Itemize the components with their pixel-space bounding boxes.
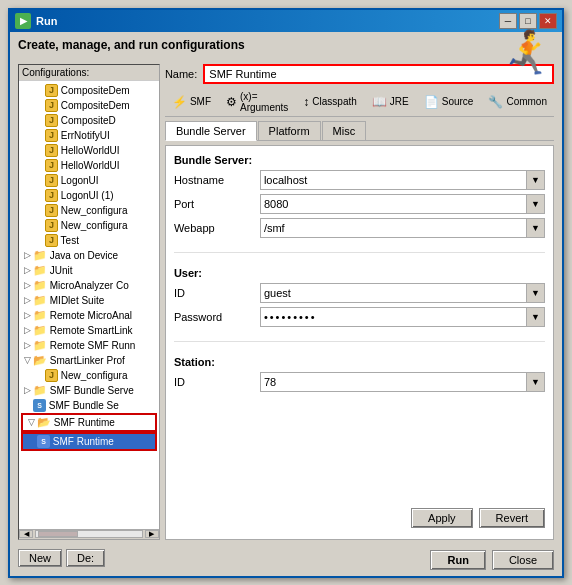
list-item[interactable]: J New_configura (21, 203, 157, 218)
j-icon: J (45, 204, 58, 217)
source-label: Source (442, 96, 474, 107)
list-item[interactable]: ▷ 📁 MIDlet Suite (21, 293, 157, 308)
password-input[interactable] (261, 311, 526, 323)
tab-bundle-server[interactable]: Bundle Server (165, 121, 257, 141)
arguments-toolbar-btn[interactable]: ⚙ (x)= Arguments (219, 88, 295, 116)
horizontal-scrollbar[interactable]: ◀ ▶ (19, 529, 159, 539)
close-window-button[interactable]: ✕ (539, 13, 557, 29)
scroll-thumb (38, 531, 78, 537)
title-bar: ▶ Run ─ □ ✕ (10, 10, 562, 32)
j-icon: J (45, 219, 58, 232)
apply-revert-row: Apply Revert (174, 505, 545, 531)
list-item[interactable]: J New_configura (21, 218, 157, 233)
list-item[interactable]: J LogonUI (21, 173, 157, 188)
webapp-dropdown-btn[interactable]: ▼ (526, 219, 544, 237)
user-id-dropdown-btn[interactable]: ▼ (526, 284, 544, 302)
j-icon: J (45, 189, 58, 202)
window-body: Create, manage, and run configurations 🏃… (10, 32, 562, 576)
bundle-server-section: Bundle Server: Hostname ▼ Port ▼ (174, 154, 545, 238)
user-id-combo[interactable]: ▼ (260, 283, 545, 303)
spacer (174, 404, 545, 493)
jre-icon: 📖 (372, 95, 387, 109)
station-id-dropdown-btn[interactable]: ▼ (526, 373, 544, 391)
webapp-combo[interactable]: ▼ (260, 218, 545, 238)
j-icon: J (45, 129, 58, 142)
list-item[interactable]: ▷ 📁 MicroAnalyzer Co (21, 278, 157, 293)
folder-icon: 📁 (33, 309, 47, 322)
source-toolbar-btn[interactable]: 📄 Source (417, 92, 481, 112)
port-combo[interactable]: ▼ (260, 194, 545, 214)
smartlinker-prof-item[interactable]: ▽ 📂 SmartLinker Prof (21, 353, 157, 368)
password-label: Password (174, 311, 254, 323)
configurations-header: Configurations: (19, 65, 159, 81)
hostname-label: Hostname (174, 174, 254, 186)
list-item[interactable]: J LogonUI (1) (21, 188, 157, 203)
password-combo[interactable]: ▼ (260, 307, 545, 327)
list-item[interactable]: J HelloWorldUI (21, 143, 157, 158)
window-title: Run (36, 15, 57, 27)
list-item[interactable]: ▷ 📁 JUnit (21, 263, 157, 278)
list-item[interactable]: J CompositeD (21, 113, 157, 128)
scroll-right-btn[interactable]: ▶ (145, 530, 159, 538)
right-panel: Name: ⚡ SMF ⚙ (x)= Arguments ↕ Cla (165, 64, 554, 540)
port-input[interactable] (261, 198, 526, 210)
station-id-input[interactable] (261, 376, 526, 388)
scroll-track (35, 530, 143, 538)
configurations-panel: Configurations: J CompositeDem J Composi… (18, 64, 160, 540)
station-title: Station: (174, 356, 545, 368)
port-dropdown-btn[interactable]: ▼ (526, 195, 544, 213)
arguments-icon: ⚙ (226, 95, 237, 109)
classpath-toolbar-btn[interactable]: ↕ Classpath (296, 92, 363, 112)
smf-runtime-parent-item[interactable]: ▽ 📂 SMF Runtime (21, 413, 157, 432)
maximize-button[interactable]: □ (519, 13, 537, 29)
folder-icon: 📂 (33, 354, 47, 367)
configurations-tree[interactable]: J CompositeDem J CompositeDem J Composit… (19, 81, 159, 529)
list-item[interactable]: ▷ 📁 Java on Device (21, 248, 157, 263)
apply-button[interactable]: Apply (411, 508, 473, 528)
close-button[interactable]: Close (492, 550, 554, 570)
list-item[interactable]: J CompositeDem (21, 98, 157, 113)
revert-button[interactable]: Revert (479, 508, 545, 528)
delete-button[interactable]: De: (66, 549, 105, 567)
window-subtitle: Create, manage, and run configurations (18, 38, 554, 52)
j-icon: J (45, 369, 58, 382)
list-item[interactable]: S SMF Bundle Se (21, 398, 157, 413)
common-icon: 🔧 (488, 95, 503, 109)
list-item[interactable]: ▷ 📁 SMF Bundle Serve (21, 383, 157, 398)
user-section: User: ID ▼ Password ▼ (174, 267, 545, 327)
hostname-dropdown-btn[interactable]: ▼ (526, 171, 544, 189)
new-button[interactable]: New (18, 549, 62, 567)
bundle-server-form: Hostname ▼ Port ▼ Webapp (174, 170, 545, 238)
scroll-left-btn[interactable]: ◀ (19, 530, 33, 538)
webapp-input[interactable] (261, 222, 526, 234)
tab-platform[interactable]: Platform (258, 121, 321, 140)
smf-toolbar-btn[interactable]: ⚡ SMF (165, 92, 218, 112)
list-item[interactable]: J Test (21, 233, 157, 248)
list-item[interactable]: ▷ 📁 Remote SMF Runn (21, 338, 157, 353)
smf-runtime-selected-item[interactable]: S SMF Runtime (21, 432, 157, 451)
section-divider-1 (174, 252, 545, 253)
hostname-combo[interactable]: ▼ (260, 170, 545, 190)
station-id-combo[interactable]: ▼ (260, 372, 545, 392)
list-item[interactable]: J CompositeDem (21, 83, 157, 98)
list-item[interactable]: ▷ 📁 Remote SmartLink (21, 323, 157, 338)
user-id-input[interactable] (261, 287, 526, 299)
run-button[interactable]: Run (430, 550, 485, 570)
common-toolbar-btn[interactable]: 🔧 Common (481, 92, 554, 112)
user-form: ID ▼ Password ▼ (174, 283, 545, 327)
list-item[interactable]: J ErrNotifyUI (21, 128, 157, 143)
run-dialog: ▶ Run ─ □ ✕ Create, manage, and run conf… (8, 8, 564, 578)
jre-toolbar-btn[interactable]: 📖 JRE (365, 92, 416, 112)
folder-icon: 📁 (33, 294, 47, 307)
list-item[interactable]: J HelloWorldUI (21, 158, 157, 173)
minimize-button[interactable]: ─ (499, 13, 517, 29)
folder-icon: 📁 (33, 249, 47, 262)
tab-misc[interactable]: Misc (322, 121, 367, 140)
hostname-input[interactable] (261, 174, 526, 186)
port-label: Port (174, 198, 254, 210)
list-item[interactable]: ▷ 📁 Remote MicroAnal (21, 308, 157, 323)
password-dropdown-btn[interactable]: ▼ (526, 308, 544, 326)
list-item[interactable]: J New_configura (21, 368, 157, 383)
station-form: ID ▼ (174, 372, 545, 392)
smf-runtime-icon: S (37, 435, 50, 448)
